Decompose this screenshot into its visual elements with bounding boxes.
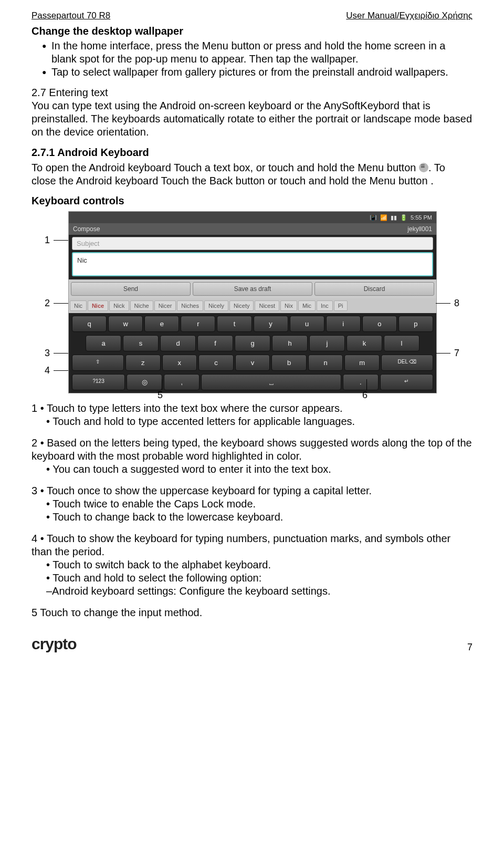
send-button[interactable]: Send — [71, 282, 191, 296]
clock: 5:55 PM — [411, 214, 432, 221]
open-keyboard-text-a: To open the Android keyboard Touch a tex… — [32, 162, 419, 173]
bullet-item: In the home interface, press the Menu bu… — [42, 39, 472, 66]
key-w[interactable]: w — [108, 316, 143, 332]
suggestion[interactable]: Inc — [317, 300, 333, 311]
key-v[interactable]: v — [235, 355, 270, 371]
subject-input[interactable]: Subject — [72, 237, 433, 250]
signal-icon: ▮▮ — [391, 214, 397, 221]
key-c[interactable]: c — [198, 355, 234, 371]
key-j[interactable]: j — [309, 335, 345, 351]
suggestion[interactable]: Nicely — [204, 300, 228, 311]
key-comma[interactable]: , — [164, 374, 200, 390]
callout-3: 3 — [45, 348, 50, 359]
key-delete[interactable]: DEL ⌫ — [381, 355, 433, 371]
key-u[interactable]: u — [290, 316, 324, 332]
key-m[interactable]: m — [344, 355, 380, 371]
compose-label: Compose — [73, 225, 100, 233]
bullet-item: Tap to select wallpaper from gallery pic… — [42, 66, 472, 79]
suggestion[interactable]: Pi — [334, 300, 348, 311]
callout-2: 2 — [45, 298, 50, 309]
header-left: Passepartout 70 R8 — [32, 11, 110, 21]
note-4: 4 • Touch to show the keyboard for typin… — [32, 532, 472, 598]
section-android-keyboard: 2.7.1 Android Keyboard To open the Andro… — [32, 146, 472, 188]
key-b[interactable]: b — [271, 355, 307, 371]
key-p[interactable]: p — [398, 316, 433, 332]
heading-entering-text: 2.7 Entering text — [32, 87, 108, 98]
account-label: jekyll001 — [407, 225, 432, 233]
key-n[interactable]: n — [308, 355, 343, 371]
key-t[interactable]: t — [217, 316, 251, 332]
callout-4: 4 — [45, 365, 50, 376]
key-l[interactable]: l — [384, 335, 419, 351]
wallpaper-bullets: In the home interface, press the Menu bu… — [32, 39, 472, 79]
key-x[interactable]: x — [162, 355, 197, 371]
header-right: User Manual/Εγχειρίδιο Χρήσης — [346, 11, 472, 21]
key-r[interactable]: r — [181, 316, 215, 332]
status-bar: 📳 📶 ▮▮ 🔋 5:55 PM — [69, 212, 436, 223]
menu-icon — [419, 163, 428, 172]
key-o[interactable]: o — [362, 316, 397, 332]
discard-button[interactable]: Discard — [314, 282, 434, 296]
note-2: 2 • Based on the letters being typed, th… — [32, 437, 472, 476]
callout-5: 5 — [158, 390, 163, 401]
key-s[interactable]: s — [123, 335, 159, 351]
suggestion[interactable]: Nicest — [255, 300, 279, 311]
page-header: Passepartout 70 R8 User Manual/Εγχειρίδι… — [32, 11, 472, 21]
key-k[interactable]: k — [346, 335, 382, 351]
key-shift[interactable]: ⇧ — [72, 355, 124, 371]
key-symbols[interactable]: ?123 — [72, 374, 125, 390]
heading-change-wallpaper: Change the desktop wallpaper — [32, 25, 472, 37]
key-space[interactable]: ⎵ — [201, 374, 341, 390]
key-a[interactable]: a — [86, 335, 121, 351]
key-mic[interactable]: ◎ — [127, 374, 162, 390]
suggestion-bar[interactable]: Nic Nice Nick Niche Nicer Niches Nicely … — [69, 298, 436, 313]
suggestion[interactable]: Niches — [177, 300, 203, 311]
note-3: 3 • Touch once to show the uppercase key… — [32, 484, 472, 524]
key-z[interactable]: z — [125, 355, 161, 371]
suggestion[interactable]: Nix — [280, 300, 297, 311]
suggestion-highlight[interactable]: Nice — [88, 300, 108, 311]
key-g[interactable]: g — [235, 335, 270, 351]
key-d[interactable]: d — [160, 335, 196, 351]
body-input[interactable]: Nic — [72, 252, 433, 276]
key-f[interactable]: f — [197, 335, 233, 351]
key-h[interactable]: h — [272, 335, 308, 351]
key-i[interactable]: i — [326, 316, 361, 332]
heading-android-keyboard: 2.7.1 Android Keyboard — [32, 146, 472, 159]
vibrate-icon: 📳 — [370, 214, 377, 221]
page-footer: crypto 7 — [32, 635, 472, 653]
keyboard: q w e r t y u i o p a s d f g h — [69, 313, 436, 393]
callout-1: 1 — [45, 235, 50, 246]
callout-8: 8 — [454, 298, 459, 309]
battery-icon: 🔋 — [400, 214, 407, 221]
wifi-icon: 📶 — [380, 214, 387, 221]
suggestion[interactable]: Nick — [109, 300, 129, 311]
key-y[interactable]: y — [254, 316, 288, 332]
entering-text-body: You can type text using the Android on-s… — [32, 100, 472, 138]
suggestion[interactable]: Nicety — [229, 300, 254, 311]
note-1: 1 • Touch to type letters into the text … — [32, 402, 472, 428]
logo: crypto — [32, 635, 77, 653]
keyboard-screenshot: 1 2 3 4 8 7 5 6 📳 📶 ▮▮ 🔋 5:55 PM C — [47, 211, 457, 393]
key-e[interactable]: e — [144, 316, 179, 332]
key-enter[interactable]: ↵ — [380, 374, 433, 390]
key-q[interactable]: q — [72, 316, 107, 332]
callout-6: 6 — [362, 390, 368, 401]
suggestion[interactable]: Mic — [298, 300, 316, 311]
section-entering-text: 2.7 Entering text You can type text usin… — [32, 86, 472, 139]
compose-bar: Compose jekyll001 — [69, 223, 436, 235]
suggestion[interactable]: Nicer — [154, 300, 176, 311]
suggestion[interactable]: Niche — [130, 300, 153, 311]
key-period[interactable]: . — [343, 374, 379, 390]
suggestion[interactable]: Nic — [70, 300, 87, 311]
page-number: 7 — [467, 642, 472, 653]
callout-7: 7 — [454, 348, 459, 359]
save-draft-button[interactable]: Save as draft — [193, 282, 312, 296]
heading-keyboard-controls: Keyboard controls — [32, 195, 472, 207]
note-5: 5 Touch το change the input method. — [32, 606, 472, 619]
